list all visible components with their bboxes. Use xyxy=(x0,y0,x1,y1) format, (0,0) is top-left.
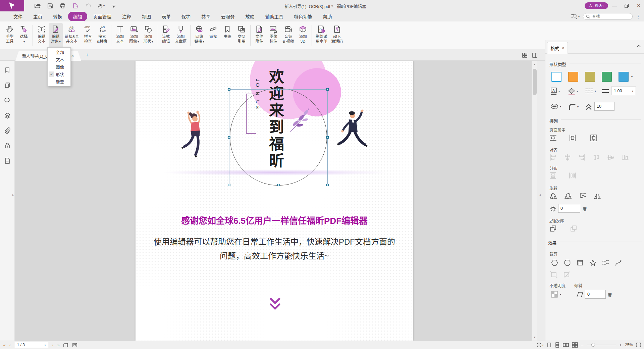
tab-help[interactable]: 帮助 xyxy=(318,12,337,21)
document-scrollbar[interactable]: ▴ ▾ xyxy=(532,61,537,341)
selection-handle-s[interactable] xyxy=(277,184,280,186)
hand-tool-button[interactable]: 手型 工具 xyxy=(3,23,17,48)
menu-item-image[interactable]: 图像 xyxy=(48,63,70,70)
dash-style-button[interactable]: ▾ xyxy=(585,87,596,95)
align-left-button[interactable] xyxy=(549,154,557,161)
search-box[interactable] xyxy=(583,13,633,20)
link-button[interactable]: 链接 xyxy=(206,23,220,48)
save-icon[interactable] xyxy=(46,2,54,9)
crop-star-button[interactable] xyxy=(589,259,597,266)
selection-handle-n[interactable] xyxy=(277,88,280,91)
shape-style-swatch-blue[interactable] xyxy=(619,72,629,82)
shape-style-swatch-green[interactable] xyxy=(602,72,612,82)
tab-file[interactable]: 文件 xyxy=(8,12,28,21)
tab-home[interactable]: 主页 xyxy=(28,12,48,21)
object-selection-box[interactable] xyxy=(229,89,328,185)
continuous-facing-view-icon[interactable] xyxy=(572,342,578,348)
tab-close-icon[interactable]: × xyxy=(71,53,74,58)
tab-panel-toggle-icon[interactable] xyxy=(532,52,538,58)
file-attachment-button[interactable]: 文件 附件 xyxy=(252,23,266,48)
crop-curve-button[interactable] xyxy=(614,259,622,266)
center-vertical-button[interactable] xyxy=(569,134,576,142)
tab-cloud[interactable]: 云服务 xyxy=(216,12,240,21)
shape-style-swatch-orange[interactable] xyxy=(568,72,578,82)
crop-rectangle-button[interactable] xyxy=(576,259,584,266)
add-article-box-button[interactable]: 添加 文章框 xyxy=(173,23,189,48)
tab-grid-view-icon[interactable] xyxy=(522,52,528,58)
bookmarks-panel-icon[interactable] xyxy=(3,65,12,75)
distribute-horizontal-button[interactable] xyxy=(569,172,576,179)
audio-video-button[interactable]: 音频 & 视频 xyxy=(280,23,296,48)
link-join-text-button[interactable]: AB 链接&合 并文本 xyxy=(63,23,81,48)
menu-item-all[interactable]: 全部 xyxy=(48,48,70,56)
corner-style-button[interactable]: ▾ xyxy=(568,103,579,111)
skew-input[interactable] xyxy=(585,290,606,299)
rotate-angle-input[interactable] xyxy=(558,204,580,213)
new-tab-button[interactable]: + xyxy=(86,52,89,58)
line-width-combobox[interactable]: 1.00 ▾ xyxy=(611,87,636,95)
crop-remove-button[interactable] xyxy=(563,271,571,279)
right-panel-collapse-handle[interactable]: ◂ xyxy=(539,193,541,197)
menu-item-shape[interactable]: ✓形状 xyxy=(48,70,70,78)
new-page-icon[interactable] xyxy=(72,2,79,9)
align-bottom-button[interactable] xyxy=(622,154,629,161)
bookmark-button[interactable]: 书签 xyxy=(220,23,234,48)
select-button[interactable]: 选择 ▾ xyxy=(17,23,31,48)
add-text-button[interactable]: 添加 文本 xyxy=(113,23,127,48)
swatch-more-caret[interactable]: ▾ xyxy=(631,75,633,78)
selection-handle-e[interactable] xyxy=(326,136,329,139)
send-backward-button[interactable] xyxy=(570,225,577,232)
prev-page-button[interactable]: ‹ xyxy=(9,343,11,348)
fit-page-icon[interactable] xyxy=(72,343,77,348)
selection-handle-nw[interactable] xyxy=(228,88,230,91)
add-shape-button[interactable]: 添加 形状▾ xyxy=(141,23,155,48)
find-options-button[interactable]: ▾ xyxy=(571,14,580,19)
fill-color-button[interactable]: ▾ xyxy=(568,87,578,95)
actual-size-icon[interactable] xyxy=(63,343,68,348)
facing-view-icon[interactable] xyxy=(563,342,569,348)
last-page-button[interactable]: » xyxy=(57,343,59,348)
shape-style-swatch-khaki[interactable] xyxy=(585,72,595,82)
hand-tool-icon[interactable]: ▾ xyxy=(97,2,105,9)
tab-view[interactable]: 视图 xyxy=(137,12,156,21)
pdf-page[interactable]: JOIN US 欢迎来到福昕 感谢您如全球6.5亿用户一样信任福昕PDF编辑器 … xyxy=(136,61,413,341)
selection-handle-sw[interactable] xyxy=(228,184,230,186)
close-button[interactable]: × xyxy=(634,2,644,10)
bring-forward-button[interactable] xyxy=(549,225,557,232)
scroll-up-arrow[interactable]: ▴ xyxy=(532,61,537,67)
shape-style-swatch-white[interactable] xyxy=(551,72,561,82)
fullscreen-icon[interactable] xyxy=(636,342,641,348)
tab-protect[interactable]: 保护 xyxy=(176,12,196,21)
tab-page-management[interactable]: 页面管理 xyxy=(88,12,117,21)
edit-object-button[interactable]: 编辑 对象▾ xyxy=(49,23,63,48)
selection-handle-w[interactable] xyxy=(228,136,230,139)
tab-edit[interactable]: 编辑 xyxy=(68,12,87,21)
attachments-panel-icon[interactable] xyxy=(3,126,12,135)
format-tab-close-icon[interactable]: × xyxy=(562,46,565,50)
cross-reference-button[interactable]: 交叉 引用 xyxy=(234,23,249,48)
menu-item-text[interactable]: 文本 xyxy=(48,56,70,63)
tab-form[interactable]: 表单 xyxy=(156,12,176,21)
selection-handle-ne[interactable] xyxy=(326,88,329,91)
selection-handle-se[interactable] xyxy=(326,184,329,186)
add-image-button[interactable]: 添加 图像▾ xyxy=(127,23,141,48)
opacity-button[interactable]: ▾ xyxy=(551,291,561,298)
align-right-button[interactable] xyxy=(578,154,586,161)
zoom-slider[interactable] xyxy=(587,345,616,345)
scroll-down-arrow[interactable]: ▾ xyxy=(532,335,537,340)
distribute-vertical-button[interactable] xyxy=(549,172,557,179)
tab-convert[interactable]: 转换 xyxy=(48,12,67,21)
web-link-button[interactable]: 网络 链接▾ xyxy=(192,23,206,48)
more-options-button[interactable]: ⋮ xyxy=(636,14,641,19)
enter-activation-code-button[interactable]: 输入 激活码 xyxy=(329,23,345,48)
zoom-in-button[interactable]: + xyxy=(619,342,622,348)
center-both-button[interactable] xyxy=(590,134,597,142)
page-thumbnails-icon[interactable] xyxy=(3,81,12,90)
tab-share[interactable]: 共享 xyxy=(196,12,216,21)
add-3d-button[interactable]: 添加 3D xyxy=(296,23,310,48)
flip-vertical-button[interactable] xyxy=(579,193,587,200)
crop-hexagon-button[interactable] xyxy=(551,259,558,266)
next-page-button[interactable]: › xyxy=(52,343,53,348)
destinations-panel-icon[interactable] xyxy=(3,156,12,165)
menu-item-gradient[interactable]: 渐变 xyxy=(48,78,70,85)
